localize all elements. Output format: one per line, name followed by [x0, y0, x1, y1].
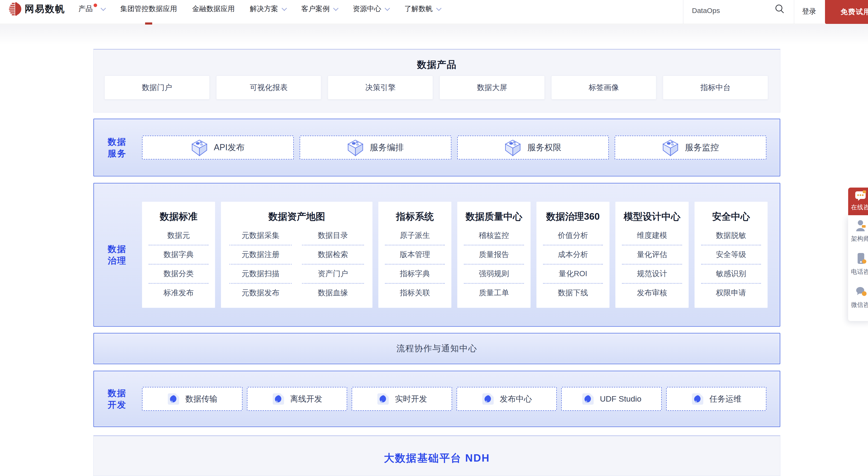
governance-item[interactable]: 质量报告 — [464, 246, 524, 264]
governance-column-title[interactable]: 模型设计中心 — [615, 209, 688, 224]
side-label-line2: 服务 — [108, 148, 127, 159]
service-card[interactable]: 服务编排 — [300, 136, 452, 159]
governance-item[interactable]: 成本分析 — [543, 246, 603, 264]
side-label-line2: 开发 — [108, 399, 127, 411]
workflow-notification-bar: 流程协作与通知中心 — [93, 333, 780, 364]
side-label-line1: 数据 — [108, 136, 127, 148]
governance-item[interactable]: 价值分析 — [543, 226, 603, 246]
governance-item[interactable]: 量化ROI — [543, 264, 603, 284]
product-card[interactable]: 决策引擎 — [328, 75, 433, 99]
product-card[interactable]: 数据门户 — [104, 75, 210, 99]
service-cards-row: API发布 服务编排 — [142, 119, 766, 176]
governance-item-list: 稽核监控质量报告强弱规则质量工单 — [457, 226, 530, 302]
product-card[interactable]: 数据大屏 — [439, 75, 545, 99]
dev-module-icon — [376, 392, 390, 406]
governance-item[interactable]: 数据下线 — [543, 284, 603, 302]
governance-item[interactable]: 数据字典 — [149, 246, 209, 264]
governance-item[interactable]: 权限申请 — [701, 284, 761, 302]
online-consult-button[interactable]: 在线咨询 — [848, 188, 868, 215]
governance-two-column-grid: 元数据采集元数据注册元数据扫描元数据发布 数据目录数据检索资产门户数据血缘 — [221, 226, 372, 302]
nav-menu-item-label: 解决方案 — [250, 4, 278, 14]
governance-item[interactable]: 规范设计 — [622, 264, 682, 284]
product-card-label: 指标中台 — [701, 83, 731, 93]
governance-item[interactable]: 数据脱敏 — [701, 226, 761, 246]
nav-divider — [683, 0, 683, 24]
governance-column-title[interactable]: 指标系统 — [378, 209, 452, 224]
governance-item[interactable]: 资产门户 — [302, 264, 364, 284]
governance-item[interactable]: 数据目录 — [302, 226, 364, 246]
governance-item[interactable]: 数据检索 — [302, 246, 364, 264]
development-card[interactable]: 离线开发 — [247, 387, 347, 411]
nav-menu-item[interactable]: 集团管控数据应用 — [120, 0, 177, 18]
nav-menu-item[interactable]: 金融数据应用 — [192, 0, 235, 18]
product-card[interactable]: 指标中台 — [663, 75, 768, 99]
architect-consult-button[interactable]: 架构师咨询 — [848, 218, 868, 251]
governance-item[interactable]: 数据元 — [149, 226, 209, 246]
governance-item[interactable]: 元数据采集 — [229, 226, 291, 246]
governance-column-title[interactable]: 安全中心 — [694, 209, 768, 224]
governance-item[interactable]: 原子派生 — [385, 226, 445, 246]
development-cards-row: 数据传输 离线开发 — [142, 371, 766, 426]
nav-menu-item[interactable]: 解决方案 — [250, 0, 286, 18]
search-icon[interactable] — [774, 4, 785, 14]
product-cards-row: 数据门户 可视化报表 决策引擎 数据大屏 标签画像 — [104, 75, 768, 99]
dev-module-icon — [581, 392, 595, 406]
brand-sail-icon — [8, 2, 21, 15]
development-card-label: 任务运维 — [709, 393, 742, 405]
governance-item[interactable]: 元数据扫描 — [229, 264, 291, 284]
governance-item-list: 数据脱敏安全等级敏感识别权限申请 — [694, 226, 768, 302]
phone-consult-button[interactable]: 电话咨询 — [848, 251, 868, 284]
wechat-consult-button[interactable]: 微信咨询 — [848, 284, 868, 317]
development-card-label: 数据传输 — [185, 393, 217, 405]
governance-item[interactable]: 标准发布 — [149, 284, 209, 302]
governance-column-title[interactable]: 数据标准 — [142, 209, 215, 224]
dev-module-icon — [167, 392, 180, 406]
governance-column-title[interactable]: 数据资产地图 — [221, 209, 372, 224]
governance-column-title[interactable]: 数据质量中心 — [457, 209, 530, 224]
governance-item[interactable]: 维度建模 — [622, 226, 682, 246]
service-card[interactable]: 服务监控 — [615, 136, 766, 159]
governance-item[interactable]: 稽核监控 — [464, 226, 524, 246]
governance-item[interactable]: 指标关联 — [385, 284, 445, 302]
product-card-label: 可视化报表 — [250, 83, 288, 93]
nav-menu-item[interactable]: 资源中心 — [353, 0, 389, 18]
governance-item[interactable]: 敏感识别 — [701, 264, 761, 284]
governance-item[interactable]: 安全等级 — [701, 246, 761, 264]
governance-item-list: 数据元数据字典数据分类标准发布 — [142, 226, 215, 302]
login-button[interactable]: 登录 — [802, 7, 816, 16]
governance-item-list: 原子派生版本管理指标字典指标关联 — [378, 226, 452, 302]
development-card[interactable]: 发布中心 — [457, 387, 557, 411]
governance-item[interactable]: 量化评估 — [622, 246, 682, 264]
product-card[interactable]: 标签画像 — [551, 75, 656, 99]
service-card-label: API发布 — [214, 142, 245, 153]
search-input[interactable]: DataOps — [692, 7, 720, 14]
service-card[interactable]: API发布 — [142, 136, 294, 159]
free-trial-button[interactable]: 免费试用 — [825, 0, 868, 24]
governance-column-title[interactable]: 数据治理360 — [536, 209, 610, 224]
development-card[interactable]: 实时开发 — [352, 387, 452, 411]
navbar: 网易数帆 产品 集团管控数据应用 金融数据应 — [0, 0, 868, 24]
nav-divider — [794, 0, 794, 24]
governance-item[interactable]: 质量工单 — [464, 284, 524, 302]
product-card[interactable]: 可视化报表 — [216, 75, 321, 99]
governance-item[interactable]: 数据分类 — [149, 264, 209, 284]
governance-item[interactable]: 发布审核 — [622, 284, 682, 302]
nav-menu-item[interactable]: 产品 — [79, 0, 105, 18]
governance-item[interactable]: 版本管理 — [385, 246, 445, 264]
governance-column-asset-map: 数据资产地图 元数据采集元数据注册元数据扫描元数据发布 数据目录数据检索资产门户… — [221, 202, 372, 308]
service-card[interactable]: 服务权限 — [457, 136, 609, 159]
nav-menu-item[interactable]: 了解数帆 — [404, 0, 441, 18]
nav-menu-item[interactable]: 客户案例 — [301, 0, 338, 18]
governance-item[interactable]: 强弱规则 — [464, 264, 524, 284]
development-card[interactable]: UDF Studio — [561, 387, 662, 411]
development-card[interactable]: 任务运维 — [666, 387, 767, 411]
platform-bar-label[interactable]: 大数据基础平台 NDH — [94, 451, 780, 465]
governance-item-sublist: 数据目录数据检索资产门户数据血缘 — [297, 226, 369, 302]
brand-logo[interactable]: 网易数帆 — [8, 2, 65, 15]
governance-item[interactable]: 元数据注册 — [229, 246, 291, 264]
side-label-line2: 治理 — [108, 255, 127, 266]
development-card[interactable]: 数据传输 — [142, 387, 243, 411]
governance-item[interactable]: 元数据发布 — [229, 284, 291, 302]
governance-item[interactable]: 指标字典 — [385, 264, 445, 284]
governance-item[interactable]: 数据血缘 — [302, 284, 364, 302]
